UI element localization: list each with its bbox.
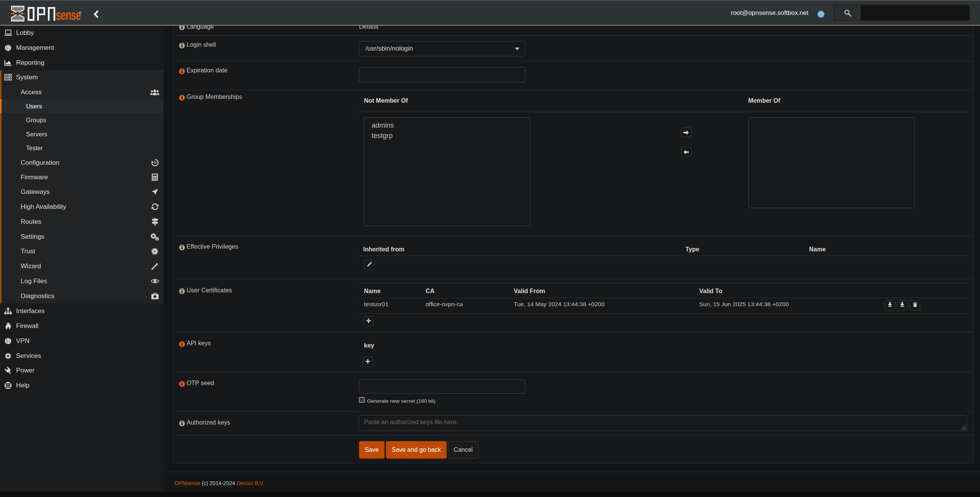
svg-text:sense: sense — [56, 7, 81, 23]
svg-text:R: R — [80, 11, 81, 14]
